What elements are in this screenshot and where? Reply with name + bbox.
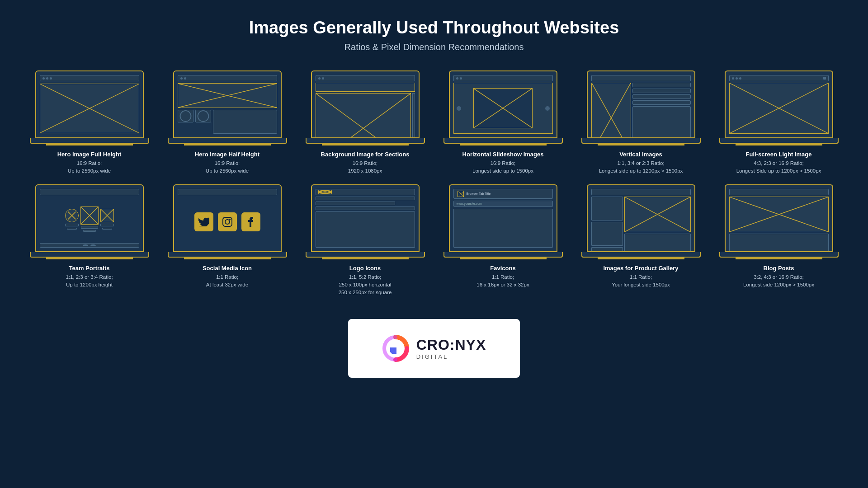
- card-desc-vertical: 1:1, 3:4 or 2:3 Ratio; Longest side up t…: [599, 160, 683, 175]
- laptop: [587, 70, 695, 145]
- svg-point-4: [180, 111, 191, 122]
- card-title-fullscreen: Full-screen Light Image: [746, 151, 812, 158]
- card-desc-product-gallery: 1:1 Ratio; Your longest side 1500px: [612, 273, 670, 289]
- laptop: [587, 184, 695, 259]
- page-wrapper: Images Generally Used Throughout Website…: [0, 0, 868, 488]
- cronyx-logo-icon: [382, 335, 409, 362]
- svg-line-27: [458, 191, 464, 197]
- card-title-bg-section: Background Image for Sections: [321, 151, 410, 158]
- laptop: [173, 184, 282, 259]
- card-desc-bg-section: 16:9 Ratio; 868 x 488px: [348, 160, 382, 175]
- laptop-wrapper: [303, 184, 427, 259]
- laptop: [311, 184, 420, 259]
- card-logo-icons: Logo Icons 1:1, 5:2 Ratio; 250 x 100px h…: [303, 184, 427, 297]
- laptop: [173, 70, 282, 145]
- card-title-favicons: Favicons: [490, 265, 515, 272]
- laptop-wrapper: [27, 70, 151, 145]
- card-social-media: Social Media Icon 1:1 Ratio; At least 32…: [165, 184, 289, 297]
- laptop-wrapper: [579, 70, 703, 145]
- svg-point-23: [225, 220, 230, 224]
- card-team-portraits: Team Portraits 1:1, 2:3 or 3:4 Ratio; Up…: [27, 184, 151, 297]
- card-title-logo: Logo Icons: [349, 265, 381, 272]
- laptop-wrapper: [27, 184, 151, 259]
- card-horizontal-slideshow: Horizontal Slideshow Images 16:9 Ratio; …: [441, 70, 565, 175]
- card-title-social: Social Media Icon: [203, 265, 252, 272]
- laptop-wrapper: [165, 70, 289, 145]
- card-desc-favicons: 1:1 Ratio; 16 x 16px or 32 x 32px: [476, 273, 529, 289]
- card-desc-blog: 3:2, 4:3 or 16:9 Ratio; Longest side 120…: [743, 273, 814, 289]
- card-blog-posts: Blog Posts 3:2, 4:3 or 16:9 Ratio; Longe…: [717, 184, 841, 297]
- svg-point-5: [198, 111, 208, 122]
- laptop-wrapper: [717, 70, 841, 145]
- card-desc-hero-half: 16:9 Ratio; Up to 2560px wide: [206, 160, 249, 175]
- laptop-wrapper: Browser Tab Title www.yoursite.com: [441, 184, 565, 259]
- laptop: [35, 70, 144, 145]
- card-desc-fullscreen: 4:3, 2:3 or 16:9 Ratio; Longest Side up …: [736, 160, 821, 175]
- logo-brand-name: CRO:NYX: [416, 337, 486, 353]
- cards-grid: Hero Image Full Height 16:9 Ratio; Up to…: [27, 70, 841, 296]
- svg-line-6: [316, 94, 410, 138]
- logo-section: CRO:NYX DIGITAL: [348, 319, 520, 378]
- laptop: [35, 184, 144, 259]
- card-title-hero-full: Hero Image Full Height: [57, 151, 122, 158]
- card-background-section: Background Image for Sections 16:9 Ratio…: [303, 70, 427, 175]
- laptop: Browser Tab Title www.yoursite.com: [449, 184, 557, 259]
- svg-line-7: [316, 94, 410, 138]
- card-title-blog: Blog Posts: [764, 265, 794, 272]
- card-title-team: Team Portraits: [69, 265, 109, 272]
- card-title-hero-half: Hero Image Half Height: [195, 151, 259, 158]
- card-fullscreen-light: Full-screen Light Image 4:3, 2:3 or 16:9…: [717, 70, 841, 175]
- laptop-wrapper: [441, 70, 565, 145]
- card-desc-logo: 1:1, 5:2 Ratio; 250 x 100px horizontal 2…: [339, 273, 392, 297]
- page-title: Images Generally Used Throughout Website…: [249, 18, 619, 38]
- laptop-wrapper: [579, 184, 703, 259]
- svg-line-12: [592, 83, 631, 138]
- card-vertical-images: Vertical Images 1:1, 3:4 or 2:3 Ratio; L…: [579, 70, 703, 175]
- logo-sub-text: DIGITAL: [416, 353, 486, 360]
- card-hero-half: Hero Image Half Height 16:9 Ratio; Up to…: [165, 70, 289, 175]
- card-desc-hero-full: 16:9 Ratio; Up to 2560px wide: [68, 160, 111, 175]
- laptop-wrapper: [303, 70, 427, 145]
- logo-text: CRO:NYX DIGITAL: [416, 337, 486, 360]
- laptop: [725, 70, 833, 145]
- card-desc-team: 1:1, 2:3 or 3:4 Ratio; Up to 1200px heig…: [66, 273, 113, 289]
- card-product-gallery: Images for Product Gallery 1:1 Ratio; Yo…: [579, 184, 703, 297]
- card-hero-full: Hero Image Full Height 16:9 Ratio; Up to…: [27, 70, 151, 175]
- svg-point-24: [229, 219, 231, 220]
- card-desc-h-slideshow: 16:9 Ratio; Longest side up to 1500px: [472, 160, 533, 175]
- laptop: [725, 184, 833, 259]
- laptop: [449, 70, 557, 145]
- laptop-wrapper: [717, 184, 841, 259]
- card-title-h-slideshow: Horizontal Slideshow Images: [462, 151, 544, 158]
- laptop-wrapper: [165, 184, 289, 259]
- svg-line-13: [592, 83, 631, 138]
- card-favicons: Browser Tab Title www.yoursite.com Favic…: [441, 184, 565, 297]
- page-subtitle: Ratios & Pixel Dimension Recommendations: [344, 42, 524, 52]
- card-title-product-gallery: Images for Product Gallery: [603, 265, 678, 272]
- card-title-vertical: Vertical Images: [619, 151, 662, 158]
- laptop: [311, 70, 420, 145]
- svg-rect-22: [223, 217, 232, 226]
- card-desc-social: 1:1 Ratio; At least 32px wide: [206, 273, 248, 289]
